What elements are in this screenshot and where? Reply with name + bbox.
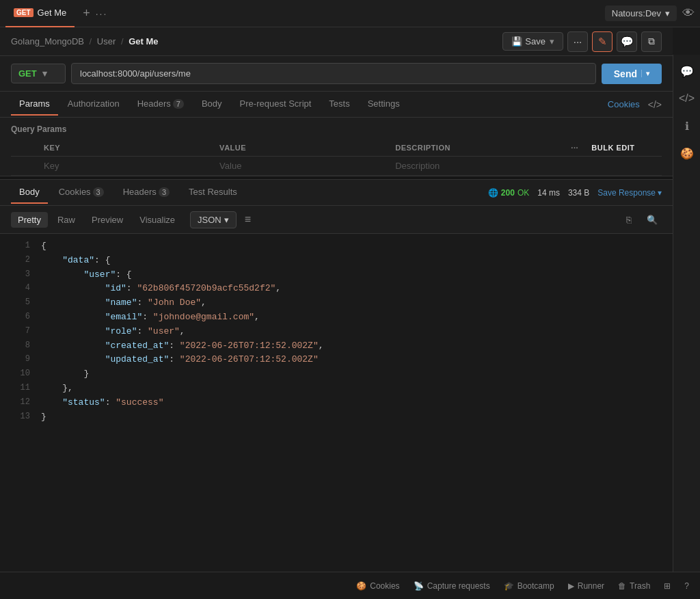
code-line-9: 9 "updated_at": "2022-06-26T07:12:52.002… xyxy=(0,353,673,367)
breadcrumb-actions: 💾 Save ▾ ··· ✎ 💬 ⧉ xyxy=(502,31,662,52)
copy-response-button[interactable]: ⎘ xyxy=(619,210,638,229)
status-bootcamp-label: Bootcamp xyxy=(517,581,554,591)
right-cookie-button[interactable]: 🍪 xyxy=(676,142,698,164)
bootcamp-icon: 🎓 xyxy=(504,581,514,591)
status-runner-button[interactable]: ▶ Runner xyxy=(568,581,604,591)
code-line-8: 8 "created_at": "2022-06-26T07:12:52.002… xyxy=(0,339,673,354)
code-viewer: 1 { 2 "data": { 3 "user": { 4 "id": "62b… xyxy=(0,234,673,425)
eye-button[interactable]: 👁 xyxy=(682,6,695,21)
tab-title: Get Me xyxy=(38,8,67,18)
format-tab-preview[interactable]: Preview xyxy=(85,212,130,228)
format-bar: Pretty Raw Preview Visualize JSON ▾ ≡ ⎘ … xyxy=(0,206,673,234)
key-input[interactable] xyxy=(44,161,208,171)
status-trash-button[interactable]: 🗑 Trash xyxy=(618,581,650,591)
tab-actions: + ··· xyxy=(80,6,107,21)
tab-bar: GET Get Me + ··· Natours:Dev ▾ 👁 xyxy=(0,0,700,27)
edit-button[interactable]: ✎ xyxy=(592,31,612,52)
chevron-down-icon: ▾ xyxy=(665,8,670,18)
save-label: Save xyxy=(525,36,546,46)
key-column-header: KEY xyxy=(38,139,214,157)
breadcrumb-group[interactable]: User xyxy=(97,36,116,46)
tab-pre-request[interactable]: Pre-request Script xyxy=(232,93,320,116)
right-comments-button[interactable]: 💬 xyxy=(676,60,698,82)
response-tab-cookies[interactable]: Cookies3 xyxy=(51,181,112,204)
breadcrumb-collection[interactable]: Golang_MongoDB xyxy=(11,36,84,46)
code-line-13: 13 } xyxy=(0,410,673,425)
cookies-link[interactable]: Cookies xyxy=(608,99,640,109)
response-tab-headers[interactable]: Headers3 xyxy=(115,181,178,204)
status-grid-button[interactable]: ⊞ xyxy=(664,581,671,591)
status-capture-button[interactable]: 📡 Capture requests xyxy=(414,581,490,591)
tab-authorization[interactable]: Authorization xyxy=(59,93,128,116)
format-actions: ⎘ 🔍 xyxy=(619,210,662,229)
env-name: Natours:Dev xyxy=(612,8,661,18)
breadcrumb-sep1: / xyxy=(90,36,92,46)
share-button[interactable]: ⧉ xyxy=(641,31,662,52)
value-column-header: VALUE xyxy=(214,139,390,157)
breadcrumb: Golang_MongoDB / User / Get Me xyxy=(11,36,159,46)
response-tab-body[interactable]: Body xyxy=(11,181,48,204)
code-icon[interactable]: </> xyxy=(648,99,662,110)
save-button[interactable]: 💾 Save ▾ xyxy=(502,32,563,51)
tab-body[interactable]: Body xyxy=(193,93,230,116)
right-info-button[interactable]: ℹ xyxy=(676,115,698,137)
method-label: GET xyxy=(18,68,37,79)
save-response-chevron-icon: ▾ xyxy=(658,188,662,198)
active-tab[interactable]: GET Get Me xyxy=(5,0,75,27)
response-tab-test-results[interactable]: Test Results xyxy=(180,181,245,204)
url-input[interactable] xyxy=(71,63,596,84)
runner-icon: ▶ xyxy=(568,581,574,591)
code-line-7: 7 "role": "user", xyxy=(0,325,673,339)
right-code-button[interactable]: </> xyxy=(676,88,698,109)
more-options-button[interactable]: ··· xyxy=(567,31,588,52)
add-tab-button[interactable]: + xyxy=(83,6,90,21)
response-size: 334 B xyxy=(568,188,589,198)
code-line-5: 5 "name": "John Doe", xyxy=(0,296,673,310)
code-line-3: 3 "user": { xyxy=(0,268,673,282)
description-input[interactable] xyxy=(395,161,560,171)
status-text: OK xyxy=(517,188,529,198)
status-cookies-button[interactable]: 🍪 Cookies xyxy=(356,581,399,591)
response-time: 14 ms xyxy=(537,188,560,198)
response-meta: 🌐 200 OK 14 ms 334 B Save Response ▾ xyxy=(488,188,662,198)
ellipsis-icon: ··· xyxy=(574,36,582,47)
tab-headers[interactable]: Headers7 xyxy=(129,93,192,116)
response-tabs: Body Cookies3 Headers3 Test Results 🌐 20… xyxy=(0,180,673,206)
code-line-4: 4 "id": "62b806f45720b9acfc55d2f2", xyxy=(0,282,673,296)
tab-settings[interactable]: Settings xyxy=(360,93,408,116)
more-params-icon[interactable]: ··· xyxy=(571,144,578,152)
more-tab-button[interactable]: ··· xyxy=(96,8,108,19)
cookie-icon: 🍪 xyxy=(356,581,366,591)
response-status: 🌐 200 OK xyxy=(488,188,529,198)
save-response-button[interactable]: Save Response ▾ xyxy=(597,188,662,198)
environment-selector[interactable]: Natours:Dev ▾ xyxy=(605,5,677,21)
bulk-edit-button[interactable]: Bulk Edit xyxy=(591,144,634,152)
params-table: KEY VALUE DESCRIPTION ··· Bulk Edit xyxy=(11,139,662,176)
wrap-icon[interactable]: ≡ xyxy=(245,213,251,226)
save-icon: 💾 xyxy=(511,36,522,46)
comment-button[interactable]: 💬 xyxy=(617,31,637,52)
comment-icon: 💬 xyxy=(621,36,634,48)
code-line-10: 10 } xyxy=(0,367,673,382)
tab-tests[interactable]: Tests xyxy=(321,93,358,116)
code-line-1: 1 { xyxy=(0,239,673,254)
status-bootcamp-button[interactable]: 🎓 Bootcamp xyxy=(504,581,554,591)
status-code: 200 xyxy=(501,188,515,198)
format-selector[interactable]: JSON ▾ xyxy=(190,211,237,228)
query-params-title: Query Params xyxy=(11,124,662,134)
status-cookies-label: Cookies xyxy=(370,581,399,591)
method-selector[interactable]: GET ▾ xyxy=(11,64,66,83)
save-chevron-icon: ▾ xyxy=(550,36,554,46)
send-button[interactable]: Send ▾ xyxy=(602,64,662,84)
format-tab-visualize[interactable]: Visualize xyxy=(133,212,182,228)
send-label: Send xyxy=(614,68,637,79)
value-input[interactable] xyxy=(219,161,384,171)
status-help-button[interactable]: ? xyxy=(684,581,689,591)
format-chevron-icon: ▾ xyxy=(224,215,229,225)
tab-params[interactable]: Params xyxy=(11,93,58,116)
format-tab-pretty[interactable]: Pretty xyxy=(11,212,48,228)
code-line-2: 2 "data": { xyxy=(0,254,673,268)
search-response-button[interactable]: 🔍 xyxy=(643,210,662,229)
format-tab-raw[interactable]: Raw xyxy=(51,212,82,228)
capture-icon: 📡 xyxy=(414,581,424,591)
